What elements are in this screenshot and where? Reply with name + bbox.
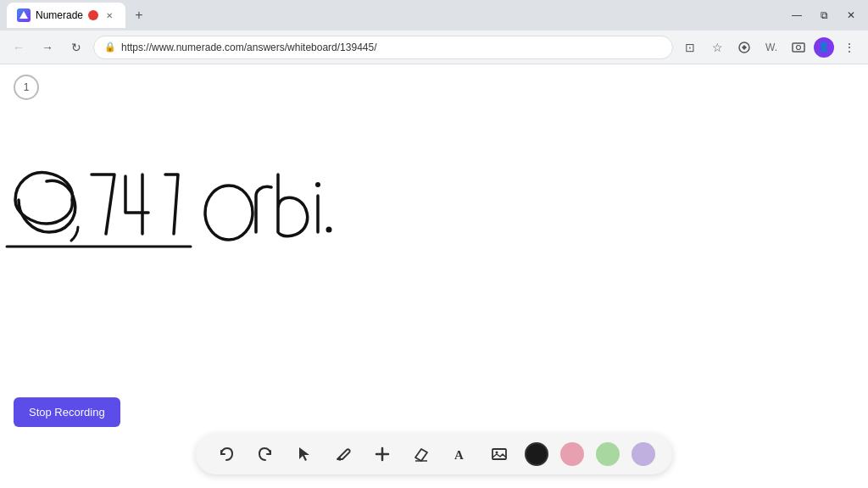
cast-icon[interactable]: ⊡ (678, 36, 702, 59)
pen-tool[interactable] (330, 441, 357, 468)
forward-button[interactable]: → (36, 36, 59, 59)
svg-text:A: A (454, 448, 464, 462)
active-tab[interactable]: Numerade ✕ (7, 3, 125, 28)
address-bar[interactable]: 🔒 https://www.numerade.com/answers/white… (93, 36, 673, 59)
extension-icon[interactable] (732, 36, 756, 59)
color-pink[interactable] (560, 442, 584, 466)
restore-button[interactable]: ⧉ (814, 5, 834, 25)
window-controls: — ⧉ ✕ (787, 5, 861, 25)
redo-button[interactable] (252, 441, 279, 468)
reload-button[interactable]: ↻ (64, 36, 88, 59)
menu-icon[interactable]: ⋮ (837, 36, 861, 59)
svg-rect-11 (492, 449, 506, 459)
back-button[interactable]: ← (7, 36, 31, 59)
text-tool[interactable]: A (447, 441, 474, 468)
numerade-favicon (17, 8, 31, 22)
close-button[interactable]: ✕ (841, 5, 861, 25)
stop-recording-button[interactable]: Stop Recording (14, 397, 120, 427)
account-icon[interactable]: W. (760, 36, 783, 59)
svg-point-4 (205, 186, 253, 240)
address-bar-row: ← → ↻ 🔒 https://www.numerade.com/answers… (0, 30, 868, 64)
tab-close-button[interactable]: ✕ (103, 9, 115, 21)
undo-button[interactable] (213, 441, 240, 468)
screenshot-icon[interactable] (787, 36, 810, 59)
title-bar: Numerade ✕ + — ⧉ ✕ (0, 0, 868, 30)
whiteboard-drawing (0, 64, 868, 488)
image-tool[interactable] (486, 441, 513, 468)
color-black[interactable] (525, 442, 548, 466)
new-tab-button[interactable]: + (129, 5, 149, 25)
minimize-button[interactable]: — (787, 5, 807, 25)
recording-indicator (88, 10, 98, 20)
tab-title: Numerade (36, 9, 83, 21)
profile-avatar[interactable]: 👤 (814, 37, 834, 58)
eraser-tool[interactable] (408, 441, 435, 468)
svg-point-3 (797, 45, 801, 49)
svg-point-5 (315, 182, 320, 187)
browser-toolbar-right: ⊡ ☆ W. 👤 ⋮ (678, 36, 861, 59)
select-tool[interactable] (291, 441, 318, 468)
svg-marker-0 (19, 11, 28, 19)
color-green[interactable] (596, 442, 620, 466)
whiteboard: 1 (0, 64, 868, 488)
bookmark-icon[interactable]: ☆ (705, 36, 729, 59)
svg-rect-2 (793, 43, 804, 52)
svg-point-6 (326, 227, 332, 233)
add-button[interactable] (369, 441, 396, 468)
drawing-toolbar: A (196, 434, 672, 474)
browser-frame: Numerade ✕ + — ⧉ ✕ ← → ↻ 🔒 https://www.n… (0, 0, 868, 488)
security-icon: 🔒 (104, 42, 116, 53)
tab-bar: Numerade ✕ + (7, 3, 783, 28)
url-text: https://www.numerade.com/answers/whitebo… (121, 42, 377, 53)
color-purple[interactable] (632, 442, 655, 466)
svg-point-12 (496, 452, 498, 454)
